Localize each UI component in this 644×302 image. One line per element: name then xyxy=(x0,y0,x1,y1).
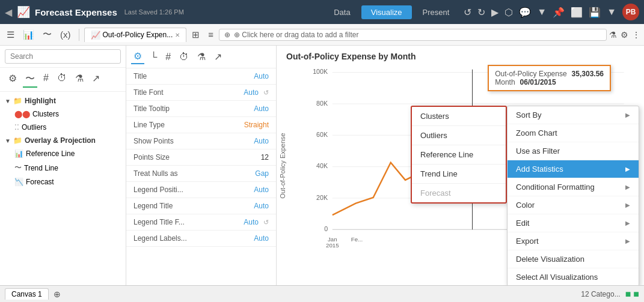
tooltip-val-month: 06/01/2015 xyxy=(520,78,556,86)
ctx-add-statistics[interactable]: Add Statistics ▶ xyxy=(508,160,639,178)
pin-button[interactable]: 📌 xyxy=(553,7,565,18)
prop-value-titletooltip[interactable]: Auto xyxy=(254,104,269,113)
tab-visualize[interactable]: Visualize xyxy=(361,5,412,19)
ctx-edit[interactable]: Edit ▶ xyxy=(508,214,639,232)
play-button[interactable]: ▶ xyxy=(491,7,498,18)
status-green-2: ■ xyxy=(633,289,639,300)
refresh-icon-titlefont[interactable]: ↺ xyxy=(263,89,269,97)
sidebar-item-clusters[interactable]: ⬤⬤ Clusters xyxy=(0,107,126,121)
prop-value-legendpos[interactable]: Auto xyxy=(254,186,269,194)
ctx-label-formatting: Conditional Formatting xyxy=(516,183,595,192)
ctx-select-all[interactable]: Select All Visualizations xyxy=(508,268,639,285)
ctx-label-export: Export xyxy=(516,237,539,246)
tab-present[interactable]: Present xyxy=(413,5,459,19)
refresh-icon-legendtitlef[interactable]: ↺ xyxy=(263,219,269,226)
sidebar-item-forecast[interactable]: 📉 Forecast xyxy=(0,175,126,189)
analytics-tab[interactable]: 〜 xyxy=(23,71,37,88)
sidebar-item-outliers[interactable]: ⁚⁚ Outliers xyxy=(0,121,126,134)
props-tab-hash[interactable]: # xyxy=(163,50,173,64)
prop-value-linetype[interactable]: Straight xyxy=(244,121,269,129)
prop-value-showpoints[interactable]: Auto xyxy=(254,137,269,145)
refline-icon: 📊 xyxy=(14,149,23,158)
tab-data[interactable]: Data xyxy=(324,5,360,19)
ctx-use-as-filter[interactable]: Use as Filter xyxy=(508,142,639,160)
props-tab-settings[interactable]: ⚙ xyxy=(131,49,144,64)
props-tab-trend[interactable]: ↗ xyxy=(212,50,224,64)
sidebar-item-overlay[interactable]: ▼ 📁 Overlay & Projection xyxy=(0,134,126,147)
prop-label-titlefont: Title Font xyxy=(133,88,164,97)
share-button[interactable]: ⬡ xyxy=(504,7,513,18)
sidebar-item-highlight[interactable]: ▼ 📁 Highlight xyxy=(0,94,126,107)
context-menu-container: Clusters Outliers Reference Line Trend L… xyxy=(411,106,639,285)
formula-icon[interactable]: (x) xyxy=(57,28,74,41)
stats-item-clusters[interactable]: Clusters xyxy=(412,107,506,126)
chart-type-icon[interactable]: 📊 xyxy=(20,28,37,42)
svg-text:2015: 2015 xyxy=(326,242,339,249)
filter-icon[interactable]: ⚗ xyxy=(609,30,617,40)
ctx-arrow-edit: ▶ xyxy=(625,220,630,226)
prop-value-legendlabels[interactable]: Auto xyxy=(254,234,269,243)
chart-tab[interactable]: 📈 Out-of-Policy Expen... ✕ xyxy=(84,28,187,42)
ctx-conditional-formatting[interactable]: Conditional Formatting ▶ xyxy=(508,178,639,196)
settings-tab[interactable]: ⚙ xyxy=(6,71,19,88)
tooltip-val-expense: 35,303.56 xyxy=(572,70,604,78)
trend-tab[interactable]: ↗ xyxy=(90,71,102,88)
more-icon[interactable]: ⋮ xyxy=(632,30,640,40)
props-tabs: ⚙ └ # ⏱ ⚗ ↗ xyxy=(126,46,276,68)
ctx-label-filter: Use as Filter xyxy=(516,146,560,156)
svg-text:40K: 40K xyxy=(316,163,328,170)
ctx-label-sort: Sort By xyxy=(516,110,542,119)
chart-tab-close[interactable]: ✕ xyxy=(175,32,180,38)
back-button[interactable]: ◀ xyxy=(5,7,12,18)
sidebar-item-refline[interactable]: 📊 Reference Line xyxy=(0,147,126,160)
redo-button[interactable]: ↻ xyxy=(477,7,485,18)
props-tab-filter[interactable]: ⚗ xyxy=(195,50,208,64)
prop-row-showpoints: Show Points Auto xyxy=(126,133,276,149)
stats-item-trendline[interactable]: Trend Line xyxy=(412,165,506,184)
svg-text:0: 0 xyxy=(324,225,328,232)
prop-value-titlefont[interactable]: Auto xyxy=(244,88,259,97)
alert-button[interactable]: ▼ xyxy=(537,7,547,17)
prop-label-showpoints: Show Points xyxy=(133,137,174,145)
ctx-export[interactable]: Export ▶ xyxy=(508,232,639,250)
save-button[interactable]: 💾 xyxy=(589,7,601,18)
stats-item-outliers[interactable]: Outliers xyxy=(412,126,506,145)
add-canvas-button[interactable]: ⊕ xyxy=(54,289,61,299)
ctx-sort-by[interactable]: Sort By ▶ xyxy=(508,106,639,124)
ctx-color[interactable]: Color ▶ xyxy=(508,196,639,214)
stats-item-refline[interactable]: Reference Line xyxy=(412,145,506,165)
prop-value-legendtitlef[interactable]: Auto xyxy=(244,218,259,226)
grid-icon[interactable]: ⊞ xyxy=(189,28,203,42)
ctx-zoom-chart[interactable]: Zoom Chart xyxy=(508,124,639,142)
prop-value-treatasas[interactable]: Gap xyxy=(255,169,269,178)
prop-value-pointssize[interactable]: 12 xyxy=(261,153,269,162)
filter-bar[interactable]: ⊕ ⊕ Click here or drag data to add a fil… xyxy=(219,29,607,41)
tooltip-row-expense: Out-of-Policy Expense 35,303.56 xyxy=(495,70,604,78)
props-tab-time[interactable]: ⏱ xyxy=(177,50,191,64)
sidebar-tabs: ⚙ 〜 # ⏱ ⚗ ↗ xyxy=(0,68,126,92)
trend-icon[interactable]: 〜 xyxy=(40,27,55,42)
filter-tab[interactable]: ⚗ xyxy=(73,71,86,88)
device-button[interactable]: ⬜ xyxy=(571,7,583,18)
canvas-tab[interactable]: Canvas 1 xyxy=(5,288,49,300)
comment-button[interactable]: 💬 xyxy=(519,7,531,18)
user-avatar[interactable]: PB xyxy=(622,4,639,20)
bars-icon[interactable]: ≡ xyxy=(205,28,216,41)
menu-icon[interactable]: ☰ xyxy=(4,28,17,42)
undo-button[interactable]: ↺ xyxy=(464,7,471,18)
sidebar-item-trendline[interactable]: 〜 Trend Line xyxy=(0,160,126,175)
ctx-label-color: Color xyxy=(516,201,535,210)
statusbar-right: ■ ■ xyxy=(625,289,639,300)
ctx-delete[interactable]: Delete Visualization xyxy=(508,250,639,268)
prop-row-title: Title Auto xyxy=(126,68,276,85)
chart-area: Out-of-Policy Expense by Month Out-of-Po… xyxy=(277,46,644,285)
search-input[interactable] xyxy=(5,49,121,64)
trendline-icon: 〜 xyxy=(14,163,22,173)
prop-value-title[interactable]: Auto xyxy=(254,72,269,80)
number-tab[interactable]: # xyxy=(41,71,51,88)
props-tab-line[interactable]: └ xyxy=(148,50,159,64)
settings-icon[interactable]: ⚙ xyxy=(621,30,628,40)
prop-value-legendtitle[interactable]: Auto xyxy=(254,202,269,210)
time-tab[interactable]: ⏱ xyxy=(55,71,69,88)
save-dropdown[interactable]: ▼ xyxy=(607,7,616,17)
